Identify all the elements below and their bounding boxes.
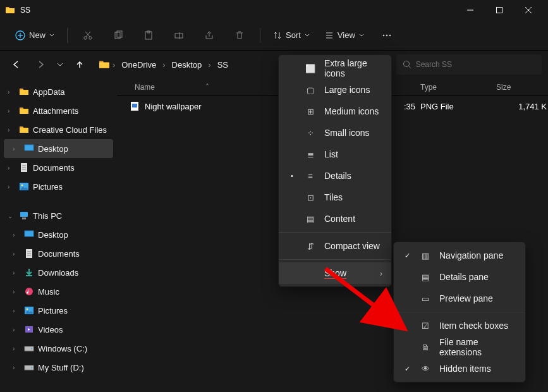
close-button[interactable] [514, 0, 543, 20]
menu-item[interactable]: ▤Content [279, 208, 391, 230]
menu-item[interactable]: ⁘Small icons [279, 122, 391, 144]
sidebar-item[interactable]: ›Music [0, 282, 117, 301]
desktop-icon [24, 144, 34, 154]
folder-icon [19, 87, 29, 97]
clipboard-icon [143, 30, 154, 40]
navrow: › OneDrive › Desktop › SS [0, 51, 548, 78]
file-size: 1,741 K [496, 102, 547, 111]
arrow-up-icon [75, 60, 84, 69]
sidebar-item[interactable]: ›Desktop [4, 139, 113, 158]
svg-point-32 [21, 185, 23, 187]
menu-item[interactable]: ⊡Tiles [279, 187, 391, 208]
svg-point-20 [383, 34, 385, 36]
cut-button[interactable] [74, 24, 102, 47]
plus-circle-icon [15, 30, 25, 40]
menu-label: Preview pane [439, 293, 516, 303]
col-type[interactable]: Type [420, 83, 437, 92]
video-icon [24, 324, 34, 334]
chevron-right-icon: › [8, 107, 15, 114]
sidebar-item[interactable]: ›Documents [0, 158, 117, 177]
menu-label: Item check boxes [439, 321, 516, 331]
svg-rect-33 [20, 212, 28, 217]
sort-button[interactable]: Sort [267, 27, 316, 44]
sidebar-label: This PC [33, 211, 62, 221]
chevron-right-icon: › [13, 326, 20, 333]
delete-button[interactable] [226, 24, 253, 47]
view-icon [325, 31, 334, 40]
menu-item-compact[interactable]: ⇵Compact view [279, 235, 391, 257]
menu-item[interactable]: ▤Details pane [394, 266, 525, 288]
chevron-right-icon: › [13, 145, 20, 152]
menu-label: File name extensions [439, 337, 516, 357]
minimize-button[interactable] [456, 0, 485, 20]
sidebar-item[interactable]: ›My Stuff (D:) [0, 358, 117, 377]
sidebar-item[interactable]: ›Attachments [0, 101, 117, 120]
svg-point-48 [31, 348, 32, 350]
breadcrumb-item[interactable]: SS [214, 58, 232, 72]
file-type: PNG File [420, 102, 496, 111]
menu-item[interactable]: ✓▥Navigation pane [394, 245, 525, 266]
show-submenu: ✓▥Navigation pane▤Details pane▭Preview p… [393, 242, 526, 383]
menu-item[interactable]: ⬜Extra large icons [279, 58, 391, 79]
rename-button[interactable] [165, 24, 193, 47]
folder-icon [19, 106, 29, 116]
sidebar-label: Documents [38, 249, 80, 259]
share-icon [204, 30, 214, 40]
breadcrumb-item[interactable]: OneDrive [118, 58, 160, 72]
svg-point-22 [389, 34, 391, 36]
back-button[interactable] [6, 54, 27, 75]
more-button[interactable] [373, 24, 401, 47]
copy-button[interactable] [104, 24, 132, 47]
sidebar-item[interactable]: ›Desktop [0, 225, 117, 244]
copy-icon [113, 30, 123, 40]
recent-button[interactable] [54, 54, 66, 75]
sidebar-item-thispc[interactable]: ⌄This PC [0, 206, 117, 225]
menu-item[interactable]: ▭Preview pane [394, 288, 525, 309]
chevron-right-icon: › [8, 89, 15, 95]
svg-line-10 [85, 32, 90, 37]
menu-item[interactable]: ≣List [279, 144, 391, 165]
window-title: SS [20, 6, 30, 15]
menu-item[interactable]: ⊞Medium icons [279, 101, 391, 122]
sidebar-item[interactable]: ›Windows (C:) [0, 339, 117, 358]
menu-item-show[interactable]: Show› [279, 262, 391, 284]
sidebar-item[interactable]: ›Downloads [0, 263, 117, 282]
menu-item[interactable]: 🗎File name extensions [394, 336, 525, 358]
sidebar-item[interactable]: ›AppData [0, 82, 117, 101]
menu-item[interactable]: ☑Item check boxes [394, 315, 525, 336]
view-type-icon: ▤ [305, 214, 315, 224]
sidebar-item[interactable]: ›Videos [0, 320, 117, 339]
new-button[interactable]: New [9, 27, 61, 44]
menu-item[interactable]: •≡Details [279, 165, 391, 187]
sidebar-label: Downloads [38, 268, 78, 278]
sidebar-item[interactable]: ›Pictures [0, 177, 117, 196]
folder-icon [99, 59, 110, 70]
menu-label: Details [324, 171, 382, 181]
menu-item[interactable]: ✓👁Hidden items [394, 358, 525, 379]
view-button[interactable]: View [319, 27, 370, 44]
sidebar-item[interactable]: ›Pictures [0, 301, 117, 320]
view-type-icon: ⁘ [305, 128, 315, 138]
up-button[interactable] [70, 54, 90, 75]
search-input[interactable] [416, 60, 535, 69]
svg-line-24 [409, 66, 411, 68]
maximize-button[interactable] [485, 0, 514, 20]
search-icon [403, 60, 411, 69]
search-box[interactable] [396, 54, 542, 75]
sidebar-item[interactable]: ›Documents [0, 244, 117, 263]
menu-label: Details pane [439, 272, 516, 282]
forward-button[interactable] [30, 54, 51, 75]
col-size[interactable]: Size [496, 83, 511, 92]
menu-item[interactable]: ▢Large icons [279, 79, 391, 101]
breadcrumb-item[interactable]: Desktop [168, 58, 206, 72]
chevron-right-icon: › [13, 307, 20, 314]
paste-button[interactable] [135, 24, 162, 47]
arrow-right-icon [36, 60, 45, 69]
col-name[interactable]: Name [135, 83, 155, 92]
sidebar-item[interactable]: ›Creative Cloud Files [0, 120, 117, 139]
rename-icon [174, 30, 184, 40]
share-button[interactable] [195, 24, 223, 47]
svg-rect-53 [132, 104, 137, 107]
chevron-right-icon: › [380, 269, 382, 278]
view-type-icon: ⊞ [305, 106, 315, 116]
